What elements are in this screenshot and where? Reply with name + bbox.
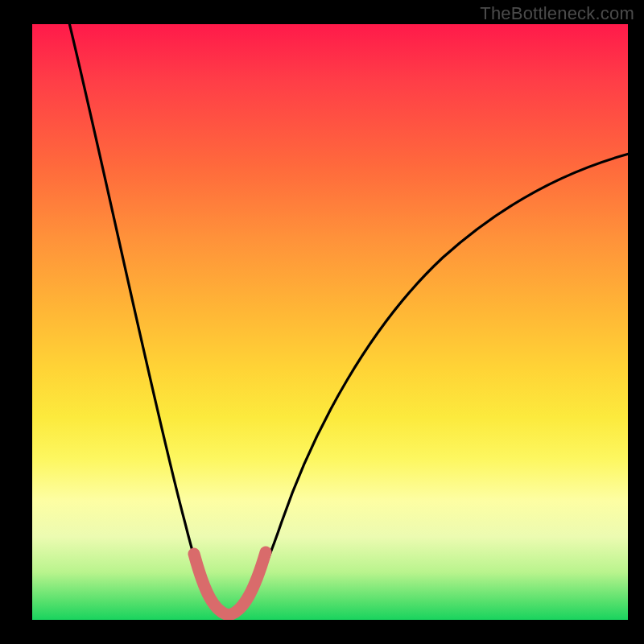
plot-area	[32, 24, 628, 620]
curve-layer	[32, 24, 628, 620]
bottleneck-curve	[68, 24, 628, 614]
chart-stage: TheBottleneck.com	[0, 0, 644, 644]
minimum-highlight	[194, 552, 266, 615]
watermark-text: TheBottleneck.com	[480, 3, 634, 24]
